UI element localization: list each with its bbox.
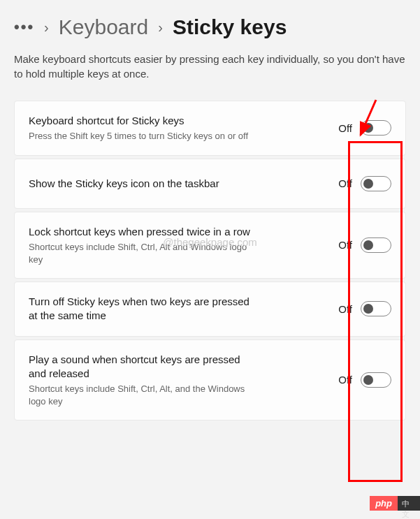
setting-title: Play a sound when shortcut keys are pres… [29,353,252,381]
toggle-state-label: Off [338,374,352,386]
cn-badge: 中文网 [398,496,420,511]
toggle-knob [363,123,373,133]
toggle-lock-keys[interactable] [361,237,391,253]
setting-play-sound: Play a sound when shortcut keys are pres… [14,339,406,421]
toggle-play-sound[interactable] [361,372,391,388]
settings-list: Keyboard shortcut for Sticky keys Press … [14,101,406,421]
chevron-right-icon: › [158,20,163,36]
toggle-knob [363,179,373,189]
setting-title: Lock shortcut keys when pressed twice in… [29,225,252,239]
setting-title: Keyboard shortcut for Sticky keys [29,114,252,128]
php-badge: php [370,496,398,511]
toggle-knob [363,304,373,314]
toggle-state-label: Off [338,239,352,251]
toggle-state-label: Off [338,303,352,315]
setting-turn-off-two-keys: Turn off Sticky keys when two keys are p… [14,282,406,337]
setting-subtitle: Shortcut keys include Shift, Ctrl, Alt a… [29,241,252,265]
breadcrumb-keyboard-link[interactable]: Keyboard [59,15,148,39]
chevron-right-icon: › [44,20,49,36]
page-title: Sticky keys [173,15,287,39]
toggle-knob [363,240,373,250]
toggle-state-label: Off [338,122,352,134]
page-description: Make keyboard shortcuts easier by pressi… [14,52,406,81]
setting-keyboard-shortcut: Keyboard shortcut for Sticky keys Press … [14,101,406,156]
toggle-taskbar-icon[interactable] [361,176,391,191]
breadcrumb: ••• › Keyboard › Sticky keys [14,15,406,39]
setting-lock-keys: Lock shortcut keys when pressed twice in… [14,212,406,279]
toggle-keyboard-shortcut[interactable] [361,120,391,136]
toggle-state-label: Off [338,177,352,189]
setting-title: Show the Sticky keys icon on the taskbar [29,177,252,191]
breadcrumb-more-icon[interactable]: ••• [14,18,34,36]
setting-subtitle: Shortcut keys include Shift, Ctrl, Alt, … [29,383,252,407]
toggle-turn-off-two-keys[interactable] [361,301,391,316]
setting-subtitle: Press the Shift key 5 times to turn Stic… [29,130,252,142]
setting-title: Turn off Sticky keys when two keys are p… [29,295,252,323]
toggle-knob [363,375,373,385]
setting-taskbar-icon: Show the Sticky keys icon on the taskbar… [14,159,406,209]
